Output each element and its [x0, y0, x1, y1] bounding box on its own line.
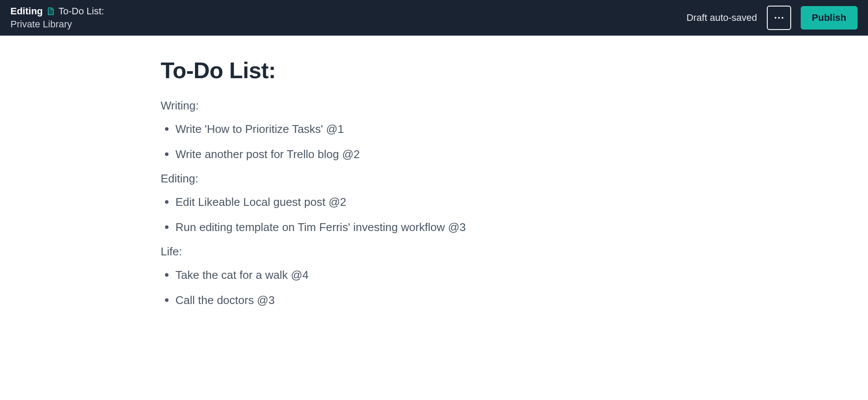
section-label[interactable]: Editing: [161, 172, 551, 185]
more-options-button[interactable] [767, 6, 791, 30]
page-title[interactable]: To-Do List: [161, 57, 551, 83]
section-label[interactable]: Writing: [161, 99, 551, 112]
list-item[interactable]: Write another post for Trello blog @2 [161, 146, 551, 162]
list-item[interactable]: Run editing template on Tim Ferris' inve… [161, 219, 551, 235]
list-item[interactable]: Write 'How to Prioritize Tasks' @1 [161, 121, 551, 137]
document-icon [47, 7, 54, 16]
ellipsis-icon [775, 17, 783, 19]
task-list[interactable]: Write 'How to Prioritize Tasks' @1 Write… [161, 121, 551, 162]
header-left: Editing To-Do List: Private Library [10, 6, 104, 30]
list-item[interactable]: Edit Likeable Local guest post @2 [161, 194, 551, 210]
section-label[interactable]: Life: [161, 245, 551, 258]
task-list[interactable]: Take the cat for a walk @4 Call the doct… [161, 267, 551, 308]
library-label[interactable]: Private Library [10, 19, 104, 30]
task-list[interactable]: Edit Likeable Local guest post @2 Run ed… [161, 194, 551, 235]
list-item[interactable]: Call the doctors @3 [161, 292, 551, 308]
publish-button[interactable]: Publish [801, 6, 858, 30]
editor-header: Editing To-Do List: Private Library Draf… [0, 0, 868, 36]
draft-status: Draft auto-saved [686, 12, 757, 23]
editor-content[interactable]: To-Do List: Writing: Write 'How to Prior… [161, 36, 551, 308]
editing-label: Editing [10, 6, 43, 17]
list-item[interactable]: Take the cat for a walk @4 [161, 267, 551, 283]
header-right: Draft auto-saved Publish [686, 6, 858, 30]
document-title[interactable]: To-Do List: [59, 6, 104, 17]
header-breadcrumb: Editing To-Do List: [10, 6, 104, 17]
